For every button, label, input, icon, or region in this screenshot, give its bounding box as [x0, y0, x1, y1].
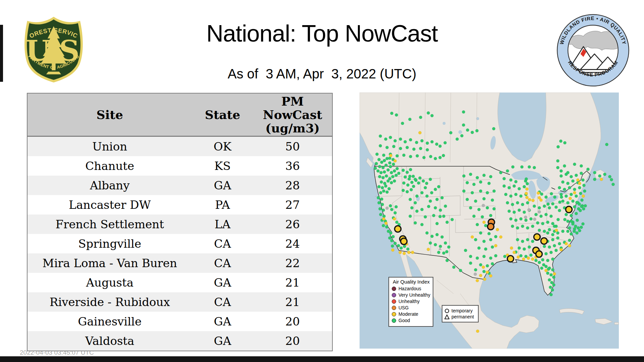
monitor-dot [483, 278, 486, 281]
monitor-dot [385, 225, 388, 228]
monitor-dot [578, 186, 581, 189]
table-cell: 27 [253, 195, 332, 215]
monitor-dot [424, 215, 427, 218]
monitor-dot [434, 206, 437, 209]
monitor-dot [486, 264, 489, 267]
monitor-dot [551, 268, 554, 271]
monitor-dot [549, 286, 552, 289]
monitor-dot [386, 168, 389, 171]
table-cell: 50 [253, 136, 332, 157]
monitor-dot [409, 215, 412, 218]
monitor-dot [418, 176, 421, 179]
monitor-dot [439, 208, 442, 212]
monitor-dot [395, 113, 398, 116]
monitor-dot [504, 193, 507, 196]
monitor-dot [452, 265, 455, 268]
monitor-dot [575, 201, 578, 204]
monitor-dot [462, 174, 465, 177]
monitor-dot [574, 225, 577, 228]
table-cell: LA [192, 215, 253, 234]
monitor-dot [376, 169, 379, 172]
monitor-dot [429, 178, 432, 181]
monitor-dot [558, 186, 561, 189]
monitor-dot [462, 189, 465, 192]
monitor-dot [556, 218, 559, 221]
monitor-dot [429, 199, 432, 202]
monitor-dot [474, 268, 477, 271]
aqi-legend-item: Unhealthy [392, 299, 431, 304]
monitor-dot [472, 183, 475, 186]
monitor-dot [558, 200, 561, 203]
monitor-dot [482, 174, 485, 177]
monitor-dot [380, 180, 383, 183]
monitor-dot [492, 207, 495, 210]
monitor-dot [538, 206, 541, 209]
monitor-dot [579, 209, 582, 212]
marker-legend-label: permanent [451, 314, 474, 319]
monitor-dot [427, 205, 430, 208]
monitor-dot [559, 139, 562, 142]
monitor-dot [385, 146, 388, 149]
monitor-dot [519, 194, 522, 197]
monitor-dot [559, 174, 562, 177]
monitor-dot [393, 242, 396, 245]
monitor-dot [391, 175, 394, 178]
monitor-dot [551, 202, 554, 205]
monitor-dot [383, 170, 386, 173]
monitor-dot [556, 166, 559, 169]
col-header-site: Site [27, 93, 192, 136]
monitor-dot [410, 188, 413, 191]
monitor-dot [583, 189, 586, 192]
table-cell: 26 [253, 215, 332, 234]
monitor-dot [534, 213, 537, 216]
monitor-dot [474, 199, 477, 202]
monitor-dot [549, 293, 552, 296]
monitor-dot [409, 168, 412, 171]
monitor-dot [392, 163, 395, 166]
monitor-dot [538, 261, 541, 264]
monitor-dot [393, 217, 396, 220]
monitor-dot [570, 232, 573, 235]
monitor-dot [425, 231, 428, 234]
monitor-dot [565, 242, 568, 245]
table-row: SpringvilleCA24 [27, 234, 332, 253]
monitor-dot [482, 204, 485, 207]
top-site-marker [507, 256, 514, 262]
monitor-dot [425, 194, 428, 197]
monitor-dot [489, 274, 492, 277]
aqi-legend-item: Hazardous [392, 286, 431, 291]
aqi-legend-item: USG [392, 305, 431, 310]
monitor-dot [506, 169, 509, 172]
marker-legend-item-permanent: permanent [444, 314, 476, 319]
aqi-legend-label: Very Unhealthy [398, 292, 430, 298]
monitor-dot [491, 262, 494, 265]
table-cell: CA [192, 234, 253, 253]
aqi-color-swatch-icon [392, 318, 396, 323]
monitor-dot [513, 251, 516, 254]
monitor-dot [471, 131, 474, 134]
monitor-dot [536, 221, 539, 224]
monitor-dot [393, 179, 396, 182]
monitor-dot [553, 244, 556, 247]
monitor-dot [548, 278, 551, 281]
monitor-dot [469, 261, 472, 264]
monitor-dot [528, 198, 531, 201]
monitor-dot [507, 209, 511, 213]
monitor-dot [551, 222, 554, 225]
table-row: Lancaster DWPA27 [27, 195, 332, 215]
monitor-dot [573, 188, 576, 191]
monitor-dot [533, 204, 536, 207]
monitor-dot [474, 273, 477, 276]
monitor-dot [390, 239, 393, 242]
monitor-dot [578, 229, 581, 232]
monitor-dot [538, 210, 541, 213]
monitor-dot [579, 192, 582, 195]
monitor-dot [518, 187, 521, 190]
monitor-dot [383, 159, 386, 162]
monitor-dot [558, 242, 561, 245]
monitor-dot [435, 142, 438, 145]
table-cell: KS [192, 156, 253, 176]
monitor-dot [469, 255, 472, 258]
monitor-dot [551, 257, 554, 260]
monitor-dot [593, 171, 596, 174]
